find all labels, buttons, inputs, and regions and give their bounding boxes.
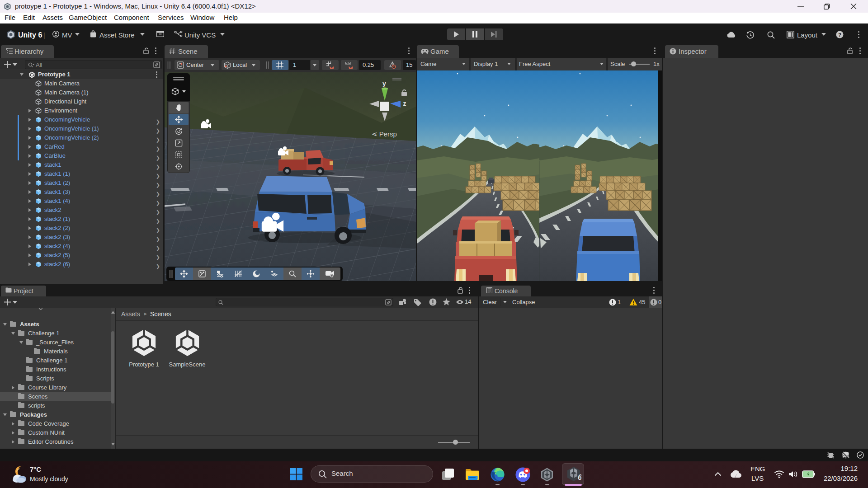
svg-text:z: z [403, 100, 406, 107]
svg-text:⋖ Persp: ⋖ Persp [372, 130, 397, 138]
svg-text:6: 6 [578, 474, 581, 481]
svg-text:?: ? [838, 32, 841, 38]
svg-text:y: y [382, 80, 386, 87]
